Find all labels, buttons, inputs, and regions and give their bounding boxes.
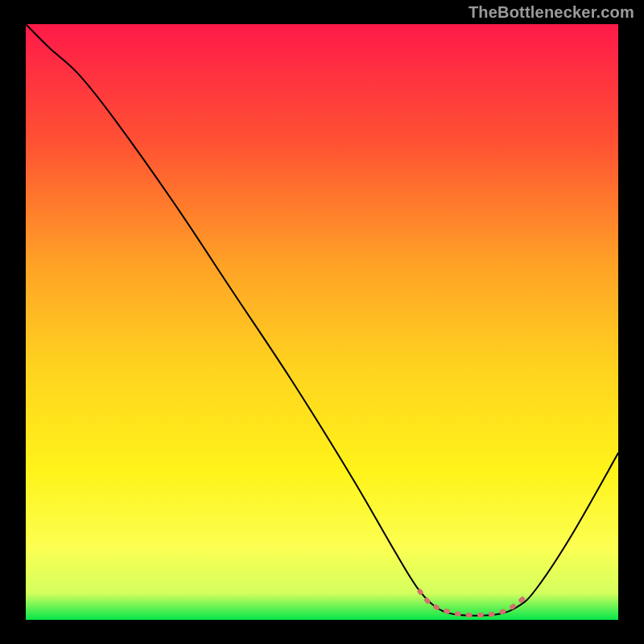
plot-background bbox=[26, 24, 618, 620]
watermark-text: TheBottlenecker.com bbox=[469, 3, 634, 22]
bottleneck-chart bbox=[0, 0, 644, 644]
chart-frame: TheBottlenecker.com bbox=[0, 0, 644, 644]
